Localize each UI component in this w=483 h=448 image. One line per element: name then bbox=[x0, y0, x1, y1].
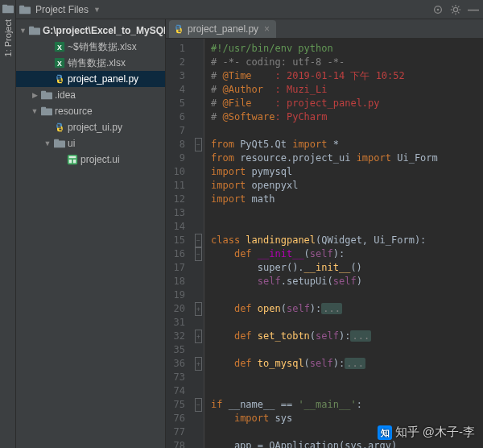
tree-item[interactable]: resource bbox=[16, 103, 165, 119]
line-number: 4 bbox=[171, 83, 185, 97]
close-icon[interactable]: × bbox=[264, 23, 270, 35]
fold-plus-icon[interactable]: + bbox=[195, 302, 202, 316]
folder-icon bbox=[29, 25, 40, 36]
fold-minus-icon[interactable]: − bbox=[195, 398, 202, 412]
fold-minus-icon[interactable]: − bbox=[195, 234, 202, 247]
fold-minus-icon[interactable]: − bbox=[195, 138, 202, 151]
code-line[interactable]: import math bbox=[211, 193, 483, 206]
project-root-label: G:\project\Excel_to_MySQL bbox=[43, 25, 166, 36]
chevron-down-icon[interactable] bbox=[43, 139, 52, 147]
project-panel-title[interactable]: Project Files bbox=[35, 4, 89, 15]
code-line[interactable]: def open(self):... bbox=[211, 302, 483, 316]
line-number: 36 bbox=[171, 357, 185, 371]
code-line[interactable]: #!/usr/bin/env python bbox=[211, 42, 483, 56]
editor-tab[interactable]: project_panel.py × bbox=[169, 20, 276, 38]
svg-rect-16 bbox=[29, 27, 34, 30]
code-line[interactable]: # -*- coding: utf-8 -*- bbox=[211, 56, 483, 69]
svg-rect-1 bbox=[2, 5, 7, 7]
code-line[interactable] bbox=[211, 425, 483, 439]
folder-icon bbox=[41, 106, 52, 117]
fold-gutter[interactable]: −−−+++− bbox=[193, 39, 204, 448]
fold-plus-icon[interactable]: + bbox=[195, 357, 202, 371]
line-number: 77 bbox=[171, 425, 185, 439]
project-panel-header: Project Files ▼ — bbox=[16, 0, 483, 19]
chevron-right-icon[interactable] bbox=[31, 91, 39, 99]
code-line[interactable] bbox=[211, 384, 483, 398]
line-number: 17 bbox=[171, 261, 185, 275]
code-line[interactable] bbox=[211, 371, 483, 384]
code-line[interactable]: self.setupUi(self) bbox=[211, 275, 483, 288]
line-number: 8 bbox=[171, 138, 185, 151]
line-number: 9 bbox=[171, 151, 185, 165]
code-line[interactable]: app = QApplication(sys.argv) bbox=[211, 439, 483, 448]
hide-panel-icon[interactable]: — bbox=[467, 3, 480, 16]
svg-text:X: X bbox=[57, 44, 62, 52]
line-number-gutter: 1234567891011121314151617181920313235367… bbox=[166, 39, 193, 448]
fold-minus-icon[interactable]: − bbox=[195, 247, 202, 261]
tree-item[interactable]: project_panel.py bbox=[16, 71, 165, 87]
editor-tab-bar: project_panel.py × bbox=[166, 19, 483, 39]
tree-item-label: project_panel.py bbox=[68, 73, 138, 85]
line-number: 32 bbox=[171, 330, 185, 343]
gear-icon[interactable] bbox=[449, 3, 462, 16]
project-root[interactable]: G:\project\Excel_to_MySQL bbox=[16, 23, 165, 39]
svg-rect-3 bbox=[19, 5, 24, 8]
line-number: 7 bbox=[171, 124, 185, 138]
tree-item-label: ui bbox=[68, 138, 75, 149]
code-line[interactable]: # @Time : 2019-01-14 下午 10:52 bbox=[211, 69, 483, 83]
tree-item-label: resource bbox=[55, 106, 93, 117]
line-number: 13 bbox=[171, 206, 185, 220]
code-line[interactable]: # @Software: PyCharm bbox=[211, 110, 483, 124]
code-line[interactable]: import sys bbox=[211, 412, 483, 425]
code-line[interactable]: def __init__(self): bbox=[211, 247, 483, 261]
code-line[interactable]: class landingpanel(QWidget, Ui_Form): bbox=[211, 234, 483, 247]
tree-item[interactable]: project_ui.py bbox=[16, 119, 165, 135]
code-line[interactable]: def set_tobtn(self):... bbox=[211, 330, 483, 343]
chevron-down-icon[interactable]: ▼ bbox=[93, 6, 101, 14]
tree-item-label: project_ui.py bbox=[68, 122, 122, 133]
tree-item[interactable]: .idea bbox=[16, 87, 165, 103]
svg-rect-29 bbox=[69, 160, 72, 163]
code-line[interactable]: import pymysql bbox=[211, 165, 483, 179]
fold-plus-icon[interactable]: + bbox=[195, 330, 202, 343]
code-line[interactable] bbox=[211, 206, 483, 220]
code-line[interactable] bbox=[211, 343, 483, 357]
line-number: 19 bbox=[171, 288, 185, 302]
collapse-target-icon[interactable] bbox=[431, 3, 444, 16]
code-line[interactable] bbox=[211, 288, 483, 302]
code-line[interactable]: from PyQt5.Qt import * bbox=[211, 138, 483, 151]
line-number: 10 bbox=[171, 165, 185, 179]
code-line[interactable]: from resource.project_ui import Ui_Form bbox=[211, 151, 483, 165]
chevron-down-icon[interactable] bbox=[19, 27, 27, 35]
line-number: 1 bbox=[171, 42, 185, 56]
line-number: 76 bbox=[171, 412, 185, 425]
svg-rect-30 bbox=[73, 160, 76, 163]
svg-line-13 bbox=[452, 12, 453, 13]
code-content[interactable]: #!/usr/bin/env python# -*- coding: utf-8… bbox=[204, 39, 483, 448]
code-line[interactable]: # @File : project_panel.py bbox=[211, 97, 483, 110]
code-line[interactable] bbox=[211, 124, 483, 138]
code-line[interactable] bbox=[211, 220, 483, 234]
svg-point-6 bbox=[453, 7, 457, 11]
code-line[interactable] bbox=[211, 316, 483, 330]
line-number: 3 bbox=[171, 69, 185, 83]
tree-item[interactable]: project.ui bbox=[16, 151, 165, 168]
tree-item[interactable]: ui bbox=[16, 135, 165, 151]
code-line[interactable]: # @Author : Muzi_Li bbox=[211, 83, 483, 97]
svg-rect-26 bbox=[54, 139, 59, 143]
code-line[interactable]: def to_mysql(self):... bbox=[211, 357, 483, 371]
code-line[interactable]: import openpyxl bbox=[211, 179, 483, 193]
line-number: 6 bbox=[171, 110, 185, 124]
tool-window-tab-project[interactable]: 1: Project bbox=[0, 0, 16, 448]
tree-item[interactable]: X销售数据.xlsx bbox=[16, 55, 165, 71]
svg-rect-24 bbox=[41, 107, 46, 110]
editor-tab-label: project_panel.py bbox=[188, 23, 258, 35]
code-line[interactable]: super().__init__() bbox=[211, 261, 483, 275]
line-number: 75 bbox=[171, 398, 185, 412]
chevron-down-icon[interactable] bbox=[31, 107, 39, 115]
python-icon bbox=[54, 122, 65, 132]
code-line[interactable]: if __name__ == '__main__': bbox=[211, 398, 483, 412]
project-tree[interactable]: G:\project\Excel_to_MySQL X~$销售数据.xlsxX销… bbox=[16, 19, 166, 448]
tree-item[interactable]: X~$销售数据.xlsx bbox=[16, 39, 165, 55]
code-editor[interactable]: 1234567891011121314151617181920313235367… bbox=[166, 39, 483, 448]
